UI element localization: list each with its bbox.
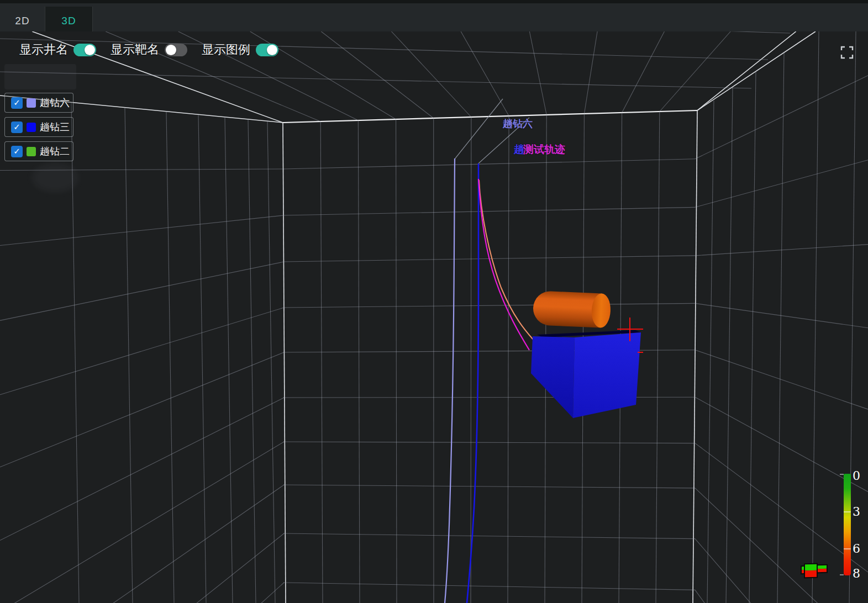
ghost-box	[4, 64, 76, 89]
3d-viewport[interactable]: 趟钻六 趟 测试轨迹	[0, 31, 868, 603]
legend-item-well-6[interactable]: ✓ 趟钻六	[4, 93, 73, 113]
legend-item-well-3[interactable]: ✓ 趟钻三	[4, 117, 73, 137]
display-toggles: 显示井名 显示靶名 显示图例	[19, 41, 278, 58]
toggle-knob	[85, 45, 95, 55]
tab-3d[interactable]: 3D	[45, 7, 93, 35]
wireframe-scene	[0, 31, 868, 603]
legend-color-swatch	[27, 123, 36, 132]
colorbar-label-8: 8	[853, 568, 860, 580]
checkbox-checked-icon[interactable]: ✓	[11, 121, 23, 133]
legend-color-swatch	[27, 147, 36, 156]
legend-item-label: 趟钻二	[40, 145, 70, 158]
toggle-show-well-names[interactable]	[73, 44, 96, 56]
colorbar-notch	[840, 474, 844, 475]
toggle-label-target-names: 显示靶名	[111, 41, 159, 58]
colorbar-notch	[840, 574, 844, 575]
fullscreen-icon	[840, 45, 854, 60]
well-label-1: 趟钻六	[503, 117, 533, 130]
legend-color-swatch	[27, 98, 36, 108]
trajectory-label: 测试轨迹	[523, 142, 565, 157]
trajectory-periwinkle-well[interactable]	[445, 158, 455, 603]
toggle-label-well-names: 显示井名	[19, 41, 68, 58]
well-legend: ✓ 趟钻六 ✓ 趟钻三 ✓ 趟钻二	[4, 93, 73, 161]
trajectory-salmon-track[interactable]	[479, 180, 533, 340]
toggle-show-target-names[interactable]	[165, 44, 187, 56]
tab-2d[interactable]: 2D	[0, 7, 45, 35]
toggle-show-legend[interactable]	[256, 44, 278, 56]
fullscreen-button[interactable]	[840, 45, 854, 60]
legend-item-label: 趟钻六	[40, 96, 70, 109]
legend-item-well-2[interactable]: ✓ 趟钻二	[4, 141, 73, 161]
cylinder-target[interactable]	[533, 290, 612, 328]
box-target[interactable]	[531, 330, 641, 418]
toggle-label-legend: 显示图例	[202, 41, 250, 58]
trajectory-blue-well[interactable]	[467, 163, 478, 603]
tab-bar: 2D 3D	[0, 0, 868, 31]
ghost-smudge	[32, 163, 78, 192]
leader-line-well1	[455, 99, 503, 159]
legend-item-label: 趟钻三	[40, 120, 70, 134]
trajectory-magenta-track[interactable]	[478, 179, 529, 350]
room-wireframe-grid	[0, 31, 868, 603]
toggle-knob	[267, 45, 277, 55]
checkbox-checked-icon[interactable]: ✓	[11, 97, 23, 109]
toggle-knob	[166, 45, 176, 55]
checkbox-checked-icon[interactable]: ✓	[11, 146, 23, 157]
gizmo-block-right	[816, 564, 828, 574]
gizmo-block-front	[804, 563, 818, 579]
colorbar-label-0: 0	[853, 470, 860, 482]
colorbar-gradient	[844, 474, 851, 575]
colorbar-label-3: 3	[853, 506, 860, 518]
colorbar-label-6: 6	[853, 543, 860, 555]
colorbar-tick	[844, 548, 851, 549]
colorbar-tick	[844, 511, 851, 512]
